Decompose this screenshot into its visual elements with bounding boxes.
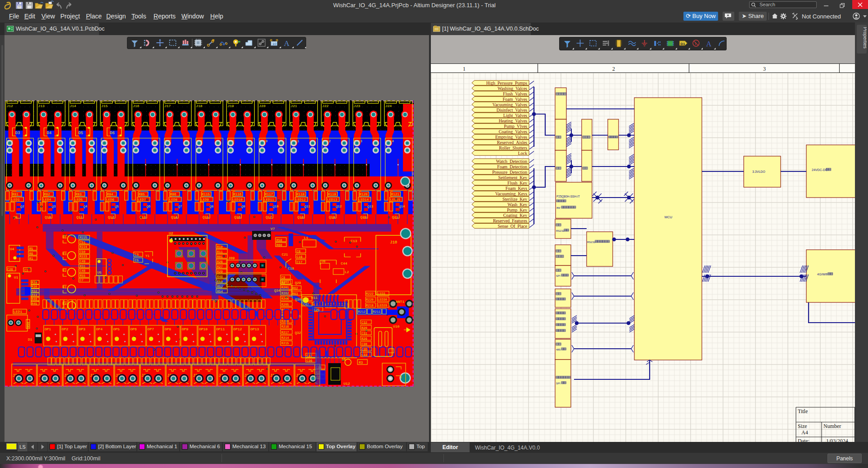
svg-text:485: 485 — [556, 348, 561, 351]
svg-text:A4: A4 — [801, 429, 808, 436]
svg-text:R10: R10 — [217, 245, 223, 249]
svg-text:OP1: OP1 — [45, 327, 51, 331]
svg-text:J14: J14 — [70, 104, 77, 108]
svg-text:Q18: Q18 — [297, 216, 303, 219]
svg-text:Q12: Q12 — [108, 216, 114, 219]
svg-text:R32: R32 — [32, 289, 37, 293]
svg-text:R214: R214 — [281, 336, 289, 340]
svg-text:R205: R205 — [281, 303, 289, 306]
svg-text:LED12: LED12 — [295, 198, 306, 202]
svg-text:Q14: Q14 — [399, 205, 405, 208]
svg-text:LED29: LED29 — [378, 304, 387, 307]
svg-text:U5: U5 — [97, 270, 102, 274]
svg-text:Title: Title — [798, 408, 808, 414]
svg-text:LED7: LED7 — [138, 198, 146, 202]
svg-text:OP10: OP10 — [199, 327, 208, 331]
svg-text:R218: R218 — [366, 304, 374, 307]
svg-text:U4: U4 — [10, 247, 14, 251]
svg-text:R26: R26 — [217, 260, 223, 264]
svg-text:ANT1: ANT1 — [396, 300, 404, 304]
svg-text:R63: R63 — [292, 292, 298, 296]
svg-text:R220: R220 — [366, 298, 374, 302]
svg-text:R27: R27 — [217, 265, 223, 269]
svg-text:R115: R115 — [202, 193, 210, 196]
svg-text:J09: J09 — [228, 256, 235, 260]
svg-text:C31: C31 — [362, 332, 367, 335]
svg-text:OP7: OP7 — [148, 327, 154, 331]
svg-text:R58: R58 — [276, 238, 282, 242]
svg-text:Foam_Valves: Foam_Valves — [503, 97, 528, 102]
svg-text:Pump_Key: Pump_Key — [507, 207, 527, 212]
svg-text:R224: R224 — [80, 245, 87, 249]
svg-text:OP8: OP8 — [165, 327, 172, 331]
svg-text:R6: R6 — [29, 252, 33, 256]
svg-text:R117: R117 — [265, 193, 273, 196]
svg-text:S1: S1 — [63, 286, 67, 289]
svg-text:Q30: Q30 — [295, 298, 301, 302]
svg-text:R206: R206 — [281, 297, 289, 301]
svg-text:LED4: LED4 — [43, 198, 52, 202]
svg-text:8M: 8M — [556, 207, 560, 209]
svg-text:J24: J24 — [385, 104, 392, 108]
svg-text:U11: U11 — [311, 296, 318, 300]
svg-text:RS232: RS232 — [556, 230, 565, 232]
svg-text:R48: R48 — [217, 275, 223, 279]
svg-text:Roller_Shutters: Roller_Shutters — [499, 145, 527, 150]
svg-text:C50: C50 — [80, 250, 86, 254]
svg-text:SPI: SPI — [556, 382, 561, 385]
svg-text:Light_Valves: Light_Valves — [503, 113, 527, 118]
svg-text:C30: C30 — [362, 342, 367, 346]
svg-text:Q16: Q16 — [234, 216, 240, 219]
svg-text:Reserved_Features: Reserved_Features — [493, 218, 527, 223]
svg-text:U8: U8 — [321, 260, 326, 263]
svg-text:R83: R83 — [76, 193, 82, 196]
svg-text:Coating_Key: Coating_Key — [503, 213, 527, 218]
svg-text:R212: R212 — [358, 310, 366, 314]
svg-text:Washing_Valces: Washing_Valces — [497, 86, 527, 91]
svg-text:D1: D1 — [28, 338, 32, 342]
svg-text:Vacuuming_Valves: Vacuuming_Valves — [493, 102, 527, 107]
svg-text:Q32: Q32 — [295, 331, 301, 335]
svg-text:R50: R50 — [217, 280, 223, 284]
svg-text:R30: R30 — [32, 285, 37, 288]
svg-text:C18: C18 — [288, 266, 294, 270]
svg-text:24VDC-DC: 24VDC-DC — [812, 168, 827, 171]
svg-text:C33: C33 — [362, 353, 367, 357]
svg-text:A: A — [284, 39, 289, 48]
svg-text:R82: R82 — [44, 193, 50, 196]
svg-text:J15: J15 — [101, 104, 108, 108]
svg-text:LED1: LED1 — [14, 310, 22, 314]
svg-text:J20: J20 — [259, 104, 266, 108]
svg-text:1: 1 — [463, 66, 466, 72]
svg-text:U1: U1 — [14, 275, 18, 279]
svg-text:LED3: LED3 — [378, 292, 385, 296]
svg-text:Heating_Valves: Heating_Valves — [499, 118, 527, 123]
svg-text:R26: R26 — [362, 337, 367, 341]
svg-text:LED10: LED10 — [232, 198, 243, 202]
svg-text:LED8: LED8 — [169, 198, 177, 202]
svg-text:OP2: OP2 — [62, 327, 68, 331]
svg-text:C9: C9 — [281, 276, 285, 279]
svg-text:Q11: Q11 — [77, 216, 83, 219]
svg-text:S5: S5 — [63, 236, 67, 239]
svg-text:J10: J10 — [390, 240, 397, 245]
svg-text:L2: L2 — [345, 270, 349, 274]
svg-text:R216: R216 — [281, 325, 289, 328]
svg-text:Q29: Q29 — [295, 281, 301, 285]
svg-text:R84: R84 — [107, 193, 113, 196]
svg-text:J23: J23 — [354, 104, 361, 108]
svg-text:R222: R222 — [366, 292, 374, 296]
svg-text:R209: R209 — [281, 320, 289, 323]
svg-text:LED11: LED11 — [264, 198, 274, 202]
svg-text:J17: J17 — [164, 104, 171, 108]
svg-text:Flush_Valves: Flush_Valves — [503, 91, 527, 96]
svg-text:C32: C32 — [362, 321, 367, 324]
svg-text:R29: R29 — [217, 270, 223, 274]
svg-text:OP6: OP6 — [131, 327, 137, 331]
svg-text:D4: D4 — [47, 131, 52, 135]
svg-text:J18: J18 — [196, 104, 203, 108]
svg-text:C51: C51 — [80, 241, 86, 244]
svg-text:V7: V7 — [271, 227, 275, 231]
svg-text:R81: R81 — [13, 193, 19, 196]
svg-text:R52: R52 — [217, 285, 223, 288]
